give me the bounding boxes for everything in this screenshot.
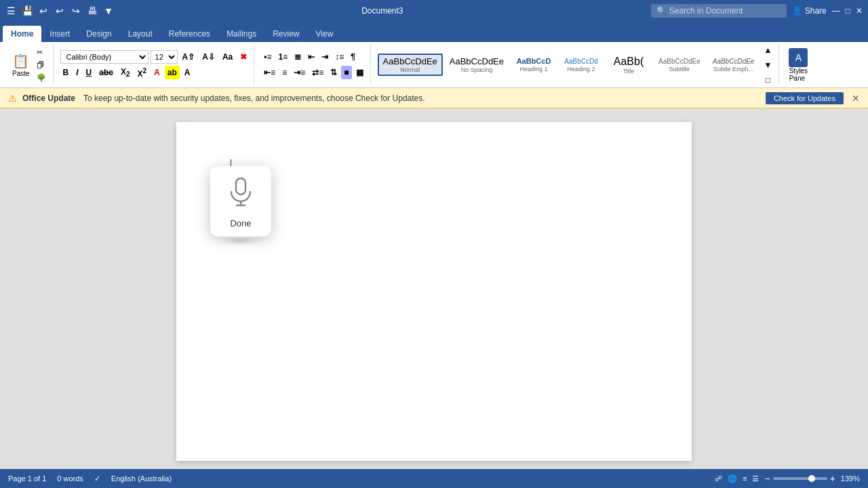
style-normal[interactable]: AaBbCcDdEe Normal [378,54,443,77]
style-subtitle[interactable]: AaBbCcDdEe Subtitle [653,55,706,75]
notification-warning-icon: ⚠ [8,93,17,104]
subscript-button[interactable]: X2 [118,66,133,79]
undo2-icon[interactable]: ↩ [54,5,65,16]
styles-gallery-scroll-down[interactable]: ▼ [761,58,774,72]
view-draft-icon[interactable]: ☰ [752,474,759,483]
format-painter-icon: 🌳 [37,73,46,82]
style-heading1-label: Heading 1 [516,66,551,73]
format-painter-button[interactable]: 🌳 [34,72,49,83]
done-button[interactable]: Done [230,218,251,228]
status-right: ☍ 🌐 ≡ ☰ − + 139% [715,473,860,484]
font-size-select[interactable]: 12 [151,50,178,64]
cut-button[interactable]: ✂ [34,47,49,58]
zoom-in-icon[interactable]: + [830,473,835,484]
copy-button[interactable]: 🗍 [34,60,49,70]
search-box[interactable]: 🔍 [651,4,787,18]
style-heading1[interactable]: AaBbCcD Heading 1 [511,54,557,75]
borders-button[interactable]: ▦ [353,66,366,79]
zoom-level[interactable]: 139% [841,474,860,483]
bullets-button[interactable]: •≡ [261,50,274,64]
check-updates-button[interactable]: Check for Updates [766,92,844,104]
style-normal-preview: AaBbCcDdEe [383,56,437,67]
notification-close-button[interactable]: ✕ [852,93,860,104]
voice-popup-shadow [220,237,261,245]
customize-icon[interactable]: ▼ [103,5,114,16]
copy-icon: 🗍 [37,61,44,69]
align-right-button[interactable]: ⇥≡ [291,66,308,79]
view-print-icon[interactable]: ☍ [715,474,722,483]
window-minimize[interactable]: — [832,6,840,16]
styles-gallery-more[interactable]: □ [761,73,774,87]
align-center-button[interactable]: ≡ [279,66,290,79]
style-subtle-emph[interactable]: AaBbCcDdEe Subtle Emph... [707,55,760,75]
print-icon[interactable]: 🖶 [87,5,98,16]
tab-references[interactable]: References [161,26,218,42]
document-title: Document3 [114,6,651,16]
view-outline-icon[interactable]: ≡ [743,474,747,483]
tab-layout[interactable]: Layout [120,26,161,42]
document-page[interactable]: Done [176,122,692,461]
search-input[interactable] [669,6,778,16]
redo-icon[interactable]: ↪ [71,5,81,16]
decrease-font-button[interactable]: A⇩ [199,50,218,64]
notification-bar: ⚠ Office Update To keep up-to-date with … [0,88,868,108]
tab-home[interactable]: Home [3,26,41,42]
superscript-button[interactable]: X2 [135,66,150,79]
user-icon: 👤 [792,6,802,16]
increase-font-button[interactable]: A⇧ [180,50,198,64]
clear-format-button[interactable]: ✖ [237,50,250,64]
proofing-icon[interactable]: ✓ [94,474,100,483]
zoom-track[interactable] [773,477,827,480]
style-heading2-preview: AaBbCcDd [564,58,599,66]
document-area: Done [0,108,868,469]
align-left-button[interactable]: ⇤≡ [261,66,278,79]
increase-indent-button[interactable]: ⇥ [319,50,331,64]
styles-gallery-scroll-up[interactable]: ▲ [761,43,774,57]
save-icon[interactable]: 💾 [22,5,33,16]
shading-button[interactable]: ■ [341,66,351,79]
cut-icon: ✂ [37,48,43,57]
change-case-button[interactable]: Aa [220,50,235,64]
styles-pane-button[interactable]: Α StylesPane [786,47,810,83]
tab-design[interactable]: Design [78,26,119,42]
language: English (Australia) [111,474,172,483]
line-spacing-button[interactable]: ⇅ [328,66,340,79]
file-icon[interactable]: ☰ [5,5,16,16]
tab-review[interactable]: Review [264,26,307,42]
zoom-out-icon[interactable]: − [764,473,770,484]
decrease-indent-button[interactable]: ⇤ [305,50,317,64]
undo-icon[interactable]: ↩ [38,5,49,16]
page-count: Page 1 of 1 [8,474,46,483]
italic-button[interactable]: I [73,66,81,79]
style-heading2[interactable]: AaBbCcDd Heading 2 [558,55,604,75]
highlight-button[interactable]: ab [165,66,180,79]
bold-button[interactable]: B [60,66,72,79]
title-bar-icons: ☰ 💾 ↩ ↩ ↪ 🖶 ▼ [5,5,114,16]
user-area[interactable]: 👤 Share [792,6,827,16]
paste-button[interactable]: 📋 Paste [9,52,33,79]
style-no-spacing[interactable]: AaBbCcDdEe No Spacing [444,54,509,77]
tab-view[interactable]: View [308,26,342,42]
microphone-icon [229,177,253,213]
font-group: Calibri (Body) 12 A⇧ A⇩ Aa ✖ B I U abc X… [56,45,255,85]
window-maximize[interactable]: □ [846,6,850,16]
tab-mailings[interactable]: Mailings [218,26,264,42]
zoom-thumb[interactable] [808,475,815,482]
text-effect-button[interactable]: A [182,66,193,79]
share-label: Share [805,6,827,16]
show-marks-button[interactable]: ¶ [348,50,358,64]
strikethrough-button[interactable]: abc [96,66,116,79]
multilevel-button[interactable]: ≣ [292,50,304,64]
numbering-button[interactable]: 1≡ [275,50,290,64]
underline-button[interactable]: U [83,66,95,79]
font-color-button[interactable]: A [151,66,163,79]
style-title[interactable]: AaBb( Title [606,52,652,77]
styles-pane-group: Α StylesPane [782,45,814,85]
view-web-icon[interactable]: 🌐 [728,474,737,483]
tab-insert[interactable]: Insert [41,26,78,42]
sort-button[interactable]: ↕≡ [332,50,347,64]
window-close[interactable]: ✕ [856,6,863,16]
font-family-select[interactable]: Calibri (Body) [60,50,149,64]
justify-button[interactable]: ⇄≡ [309,66,326,79]
paragraph-group: •≡ 1≡ ≣ ⇤ ⇥ ↕≡ ¶ ⇤≡ ≡ ⇥≡ ⇄≡ ⇅ ■ ▦ [257,45,370,85]
